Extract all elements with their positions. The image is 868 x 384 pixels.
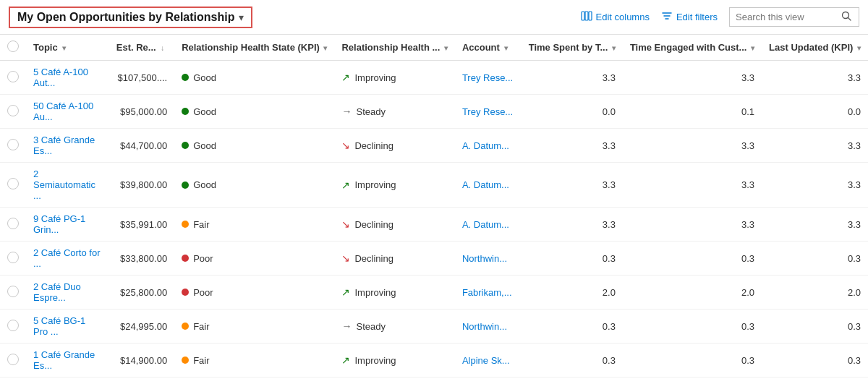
row-kpi-state: Fair — [174, 208, 334, 242]
edit-columns-button[interactable]: Edit columns — [581, 10, 650, 24]
row-topic[interactable]: 18 Airpot Coffee ... — [26, 377, 109, 385]
account-link[interactable]: A. Datum... — [462, 179, 509, 190]
row-kpi-state: Fair — [174, 310, 334, 344]
row-checkbox[interactable] — [7, 354, 19, 365]
topic-link[interactable]: 2 Café Corto for ... — [33, 247, 101, 269]
th-kpi-state[interactable]: Relationship Health State (KPI) ▾ — [174, 35, 334, 61]
row-checkbox[interactable] — [7, 105, 19, 116]
row-topic[interactable]: 2 Café Duo Espre... — [26, 276, 109, 310]
trend-arrow-icon: ↘ — [341, 252, 350, 264]
th-time-engaged[interactable]: Time Engaged with Cust... ▾ — [623, 35, 762, 61]
table-row: 2 Café Corto for ...$33,800.00Poor↘Decli… — [0, 242, 868, 276]
th-topic[interactable]: Topic ▾ — [26, 35, 109, 61]
row-topic[interactable]: 1 Café Grande Es... — [26, 344, 109, 377]
table-header: Topic ▾ Est. Re... ↓ Relationship Health… — [0, 35, 868, 61]
row-last-updated: 3.3 — [762, 208, 868, 242]
th-est-revenue[interactable]: Est. Re... ↓ — [109, 35, 174, 61]
row-rel-health: ↗Improving — [334, 276, 454, 310]
row-checkbox[interactable] — [7, 139, 19, 150]
row-topic[interactable]: 3 Café Grande Es... — [26, 129, 109, 163]
table-row: 2 Café Duo Espre...$25,800.00Poor↗Improv… — [0, 276, 868, 310]
row-rel-health: →Steady — [334, 310, 454, 344]
kpi-label: Fair — [193, 321, 209, 332]
row-checkbox[interactable] — [7, 218, 19, 229]
row-account[interactable]: Trey Rese... — [455, 95, 522, 129]
row-account[interactable]: A. Datum... — [455, 163, 522, 208]
topic-link[interactable]: 2 Semiautomatic ... — [33, 168, 95, 201]
th-last-updated[interactable]: Last Updated (KPI) ▾ — [762, 35, 868, 61]
table-row: 5 Café A-100 Aut...$107,500....Good↗Impr… — [0, 61, 868, 95]
edit-columns-label: Edit columns — [596, 12, 650, 22]
table-row: 2 Semiautomatic ...$39,800.00Good↗Improv… — [0, 163, 868, 208]
table-row: 3 Café Grande Es...$44,700.00Good↘Declin… — [0, 129, 868, 163]
row-est-revenue: $24,995.00 — [109, 310, 174, 344]
th-time-spent[interactable]: Time Spent by T... ▾ — [522, 35, 623, 61]
account-link[interactable]: Alpine Sk... — [462, 355, 510, 366]
header-checkbox[interactable] — [7, 40, 19, 52]
search-input[interactable] — [736, 12, 837, 22]
topic-link[interactable]: 2 Café Duo Espre... — [33, 281, 81, 303]
row-topic[interactable]: 50 Café A-100 Au... — [26, 95, 109, 129]
row-account[interactable]: Fabrikam,... — [455, 276, 522, 310]
topic-link[interactable]: 9 Café PG-1 Grin... — [33, 213, 85, 235]
row-time-spent: 3.3 — [522, 61, 623, 95]
row-checkbox[interactable] — [7, 320, 19, 331]
row-topic[interactable]: 9 Café PG-1 Grin... — [26, 208, 109, 242]
table-row: 50 Café A-100 Au...$95,000.00Good→Steady… — [0, 95, 868, 129]
row-topic[interactable]: 5 Café BG-1 Pro ... — [26, 310, 109, 344]
row-account[interactable]: Northwin... — [455, 242, 522, 276]
table-row: 1 Café Grande Es...$14,900.00Fair↗Improv… — [0, 344, 868, 377]
row-account[interactable]: Alpine Sk... — [455, 344, 522, 377]
row-checkbox-cell — [0, 310, 26, 344]
account-link[interactable]: Fabrikam,... — [462, 287, 512, 298]
row-topic[interactable]: 2 Semiautomatic ... — [26, 163, 109, 208]
row-account[interactable]: Northwin... — [455, 377, 522, 385]
account-link[interactable]: Northwin... — [462, 253, 507, 264]
rel-health-label: Steady — [356, 321, 385, 332]
row-topic[interactable]: 5 Café A-100 Aut... — [26, 61, 109, 95]
account-link[interactable]: Northwin... — [462, 321, 507, 332]
row-checkbox[interactable] — [7, 71, 19, 82]
row-checkbox-cell — [0, 377, 26, 385]
lastupdated-filter-icon: ▾ — [857, 44, 861, 52]
row-account[interactable]: A. Datum... — [455, 129, 522, 163]
trend-arrow-icon: → — [341, 106, 352, 117]
topic-link[interactable]: 3 Café Grande Es... — [33, 135, 95, 156]
row-checkbox-cell — [0, 129, 26, 163]
row-checkbox[interactable] — [7, 252, 19, 263]
row-est-revenue: $44,700.00 — [109, 129, 174, 163]
topic-link[interactable]: 1 Café Grande Es... — [33, 349, 95, 371]
th-rel-health[interactable]: Relationship Health ... ▾ — [334, 35, 454, 61]
kpi-label: Good — [193, 72, 216, 83]
row-rel-health: ↘Declining — [334, 208, 454, 242]
row-time-engaged: 0.1 — [623, 95, 762, 129]
row-checkbox-cell — [0, 61, 26, 95]
account-link[interactable]: Trey Rese... — [462, 106, 513, 117]
row-account[interactable]: Northwin... — [455, 310, 522, 344]
row-checkbox[interactable] — [7, 178, 19, 189]
account-link[interactable]: Trey Rese... — [462, 72, 513, 83]
account-link[interactable]: A. Datum... — [462, 219, 509, 230]
title-chevron-icon[interactable]: ▾ — [239, 12, 244, 23]
topic-link[interactable]: 5 Café BG-1 Pro ... — [33, 315, 85, 337]
row-last-updated: 0.3 — [762, 344, 868, 377]
topic-link[interactable]: 50 Café A-100 Au... — [33, 101, 93, 122]
row-rel-health: ↗Improving — [334, 61, 454, 95]
row-topic[interactable]: 2 Café Corto for ... — [26, 242, 109, 276]
row-last-updated: 3.3 — [762, 61, 868, 95]
row-checkbox-cell — [0, 163, 26, 208]
row-account[interactable]: A. Datum... — [455, 208, 522, 242]
row-kpi-state: Poor — [174, 242, 334, 276]
edit-filters-button[interactable]: Edit filters — [661, 10, 718, 24]
topic-link[interactable]: 5 Café A-100 Aut... — [33, 67, 88, 88]
search-box[interactable] — [729, 7, 859, 27]
topic-sort-icon: ▾ — [62, 44, 66, 52]
account-link[interactable]: A. Datum... — [462, 140, 509, 151]
row-last-updated: 0.3 — [762, 310, 868, 344]
kpi-label: Poor — [193, 253, 213, 264]
row-time-engaged: 0.3 — [623, 310, 762, 344]
row-checkbox-cell — [0, 276, 26, 310]
row-checkbox[interactable] — [7, 286, 19, 297]
row-account[interactable]: Trey Rese... — [455, 61, 522, 95]
th-account[interactable]: Account ▾ — [455, 35, 522, 61]
